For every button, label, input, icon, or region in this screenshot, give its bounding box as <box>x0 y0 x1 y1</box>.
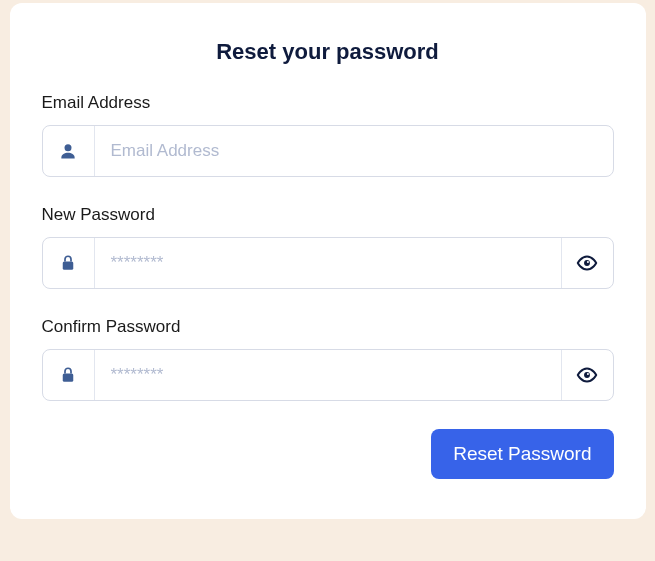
email-input-wrap <box>42 125 614 177</box>
confirm-password-input-wrap <box>42 349 614 401</box>
confirm-password-label: Confirm Password <box>42 317 614 337</box>
reset-password-card: Reset your password Email Address New Pa… <box>10 3 646 519</box>
confirm-password-input[interactable] <box>95 350 561 400</box>
lock-icon <box>43 238 95 288</box>
confirm-password-field-group: Confirm Password <box>42 317 614 401</box>
new-password-input[interactable] <box>95 238 561 288</box>
svg-point-2 <box>584 260 590 266</box>
reset-password-button[interactable]: Reset Password <box>431 429 613 479</box>
new-password-label: New Password <box>42 205 614 225</box>
lock-icon <box>43 350 95 400</box>
svg-point-6 <box>587 373 589 375</box>
page-title: Reset your password <box>42 39 614 65</box>
email-input[interactable] <box>95 126 613 176</box>
new-password-input-wrap <box>42 237 614 289</box>
user-icon <box>43 126 95 176</box>
new-password-field-group: New Password <box>42 205 614 289</box>
email-label: Email Address <box>42 93 614 113</box>
svg-rect-1 <box>63 262 74 270</box>
email-field-group: Email Address <box>42 93 614 177</box>
eye-icon[interactable] <box>561 238 613 288</box>
svg-point-5 <box>584 372 590 378</box>
form-actions: Reset Password <box>42 429 614 479</box>
svg-point-0 <box>65 144 72 151</box>
svg-rect-4 <box>63 374 74 382</box>
svg-point-3 <box>587 261 589 263</box>
eye-icon[interactable] <box>561 350 613 400</box>
